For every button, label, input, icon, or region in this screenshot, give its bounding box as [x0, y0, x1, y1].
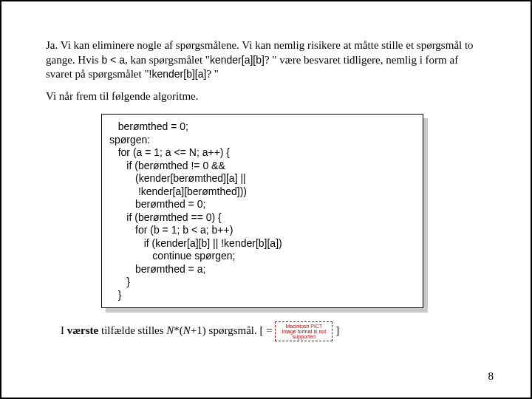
footer-close: ]: [332, 324, 339, 336]
footer-pre: I: [61, 324, 67, 336]
footer-mid1: tilfælde stilles: [98, 324, 166, 336]
code-block: berømthed = 0; spørgen: for (a = 1; a <=…: [101, 114, 423, 308]
p1-text-b: , kan spørgsmålet ": [125, 54, 210, 66]
footer-i1: N: [166, 324, 174, 336]
footer-line: I værste tilfælde stilles N*(N+1) spørgs…: [46, 321, 486, 341]
page-number: 8: [488, 370, 494, 383]
footer-exprpost: +1) spørgsmål. [ =: [191, 324, 276, 336]
slide-page: Ja. Vi kan eliminere nogle af spørgsmåle…: [0, 0, 532, 399]
paragraph-1: Ja. Vi kan eliminere nogle af spørgsmåle…: [46, 38, 486, 82]
footer-exprmid: *(: [174, 324, 183, 336]
p1-code-2: kender[a][b]: [210, 54, 265, 66]
footer-i2: N: [183, 324, 191, 336]
paragraph-2: Vi når frem til følgende algoritme.: [46, 89, 486, 104]
p1-text-d: ? ": [206, 68, 219, 80]
footer-bold: værste: [67, 324, 98, 336]
pict-placeholder-icon: Macintosh PICT image format is not suppo…: [275, 321, 332, 341]
p1-code-3: !kender[b][a]: [149, 68, 207, 80]
p1-code-1: b < a: [101, 54, 125, 66]
code-block-wrap: berømthed = 0; spørgen: for (a = 1; a <=…: [101, 114, 423, 308]
